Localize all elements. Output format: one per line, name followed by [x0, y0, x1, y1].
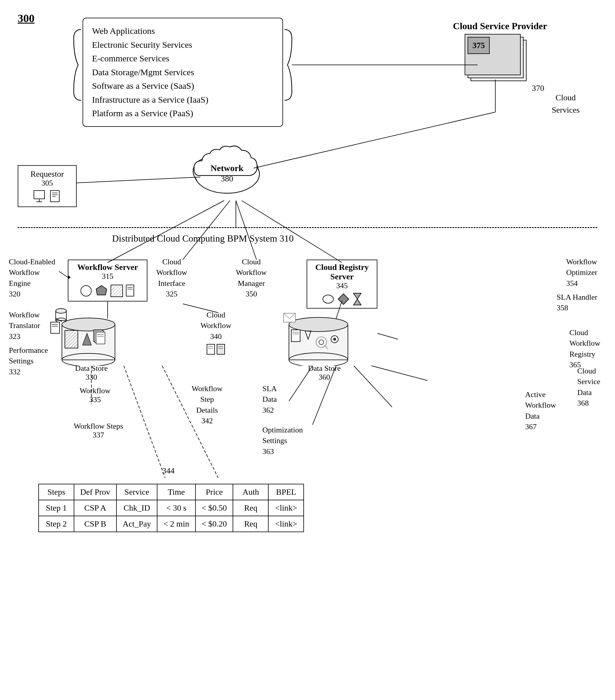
dashed-separator [18, 227, 597, 228]
csp-375: 375 [467, 37, 490, 54]
row2-defprov: CSP B [74, 516, 116, 532]
row2-time: < 2 min [157, 516, 195, 532]
col-auth: Auth [233, 484, 268, 500]
csd-368: CloudServiceData 368 [577, 366, 600, 409]
services-brace-box: Web Applications Electronic Security Ser… [82, 18, 283, 127]
document-icon [50, 190, 61, 203]
col-time: Time [157, 484, 195, 500]
row1-service: Chk_ID [116, 500, 157, 516]
row1-bpel: <link> [268, 500, 304, 516]
opt-settings-363: OptimizationSettings 363 [262, 425, 303, 457]
data-store-330: Data Store 330 [59, 316, 124, 382]
svg-line-86 [377, 333, 398, 339]
service-item-3: E-commerce Services [92, 52, 273, 65]
cylinder-330-svg [59, 316, 124, 366]
service-item-2: Electronic Security Services [92, 38, 273, 52]
svg-rect-3 [50, 190, 59, 202]
circle-icon [80, 284, 92, 297]
col-service: Service [116, 484, 157, 500]
sla-handler-label: SLA Handler 358 [556, 292, 597, 314]
service-item-1: Web Applications [92, 24, 273, 38]
row1-price: < $0.50 [195, 500, 233, 516]
awd-367: ActiveWorkflowData 367 [525, 389, 556, 433]
svg-text:Network: Network [210, 163, 244, 173]
service-item-5: Software as a Service (SaaS) [92, 79, 273, 93]
workflow-server-label: Workflow Server [72, 263, 143, 272]
cylinder-360-svg [286, 316, 363, 366]
row2-bpel: <link> [268, 516, 304, 532]
col-steps: Steps [39, 484, 74, 500]
row2-steps: Step 2 [39, 516, 74, 532]
data-store-360: Data Store 360 [286, 316, 363, 382]
oval-icon [322, 292, 335, 305]
svg-marker-18 [96, 286, 107, 295]
svg-rect-41 [217, 344, 225, 354]
svg-rect-20 [111, 285, 123, 297]
cloud-workflow-340: CloudWorkflow 340 [201, 310, 231, 355]
network-cloud: Network 380 [183, 141, 271, 202]
cwr-365: CloudWorkflowRegistry 365 [569, 327, 600, 371]
csp-title: Cloud Service Provider [444, 21, 556, 32]
cwi-label: CloudWorkflowInterface 325 [156, 257, 187, 300]
svg-point-49 [289, 317, 348, 332]
svg-line-70 [236, 201, 256, 260]
row1-time: < 30 s [157, 500, 195, 516]
cloud-services-label: CloudServices [552, 91, 580, 116]
svg-point-28 [62, 318, 115, 331]
svg-marker-25 [338, 294, 349, 304]
workflow-table: Steps Def Prov Service Time Price Auth B… [38, 484, 304, 532]
svg-rect-31 [65, 330, 78, 348]
table-row-2: Step 2 CSP B Act_Pay < 2 min < $0.20 Req… [39, 516, 304, 532]
diagram-container: 300 Web Applications Electronic Security… [0, 0, 615, 700]
row2-price: < $0.20 [195, 516, 233, 532]
wt-doc-icon [50, 322, 61, 336]
service-item-6: Infrastructure as a Service (IaaS) [92, 93, 273, 107]
bpm-label: Distributed Cloud Computing BPM System 3… [112, 233, 294, 244]
svg-line-67 [77, 177, 201, 183]
svg-point-62 [56, 318, 66, 322]
service-item-4: Data Storage/Mgmt Services [92, 65, 273, 79]
svg-text:380: 380 [221, 174, 233, 183]
wsd-342: WorkflowStepDetails 342 [192, 384, 222, 427]
svg-point-59 [333, 338, 336, 341]
shield-icon [95, 284, 108, 297]
workflow-steps-337: Workflow Steps 337 [74, 422, 123, 439]
row2-auth: Req [233, 516, 268, 532]
performance-settings-label: PerformanceSettings 332 [9, 345, 48, 377]
row1-steps: Step 1 [39, 500, 74, 516]
workflow-translator-label: WorkflowTranslator 323 [9, 310, 40, 342]
workflow-335: Workflow 335 [80, 386, 111, 404]
service-item-7: Platform as a Service (PaaS) [92, 107, 273, 120]
row1-auth: Req [233, 500, 268, 516]
workflow-server-ref: 315 [72, 272, 143, 281]
monitor-icon [33, 190, 46, 203]
col-defprov: Def Prov [74, 484, 116, 500]
requestor-box: Requestor 305 [18, 165, 77, 207]
svg-rect-38 [207, 344, 215, 354]
figure-label: 300 [18, 12, 35, 25]
row2-service: Act_Pay [116, 516, 157, 532]
table-row-1: Step 1 CSP A Chk_ID < 30 s < $0.50 Req <… [39, 500, 304, 516]
svg-rect-51 [291, 330, 300, 341]
envelope-icon [283, 313, 296, 325]
requestor-label: Requestor [22, 169, 73, 179]
svg-line-69 [183, 201, 230, 260]
svg-point-61 [56, 309, 66, 313]
cewe-label: Cloud-EnabledWorkflowEngine 320 [9, 257, 55, 300]
cw-doc1 [206, 343, 215, 355]
svg-rect-0 [34, 190, 44, 199]
network-cloud-svg: Network 380 [183, 141, 271, 201]
svg-point-24 [323, 295, 333, 303]
svg-point-17 [81, 286, 91, 296]
row1-defprov: CSP A [74, 500, 116, 516]
diamond-icon [337, 292, 350, 305]
svg-line-71 [242, 201, 342, 263]
svg-marker-26 [354, 293, 361, 305]
workflow-optimizer-label: WorkflowOptimizer 354 [566, 257, 597, 289]
sla-data-362: SLAData 362 [262, 384, 277, 416]
hatch-icon [110, 284, 123, 297]
cwm-label: CloudWorkflowManager 350 [236, 257, 267, 300]
svg-rect-21 [126, 285, 134, 296]
crs-box: Cloud RegistryServer 345 [307, 260, 377, 309]
cw-doc2 [216, 343, 225, 355]
